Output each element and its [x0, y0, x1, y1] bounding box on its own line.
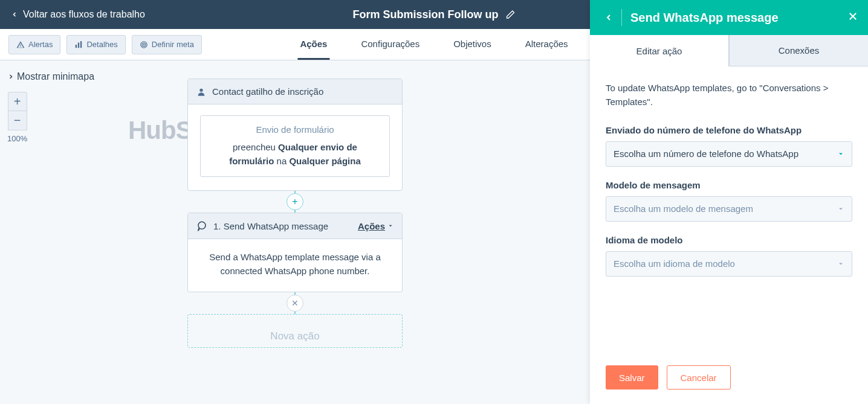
contact-icon [196, 87, 206, 97]
add-action-button[interactable]: + [287, 193, 303, 210]
alerts-label: Alertas [28, 40, 53, 49]
bar-chart-icon [74, 40, 83, 49]
whatsapp-action-node[interactable]: 1. Send WhatsApp message Ações Send a Wh… [187, 213, 403, 292]
panel-tab-connections[interactable]: Conexões [729, 35, 868, 66]
tab-changes[interactable]: Alterações [523, 29, 571, 60]
tab-goals[interactable]: Objetivos [451, 29, 494, 60]
svg-rect-2 [80, 41, 82, 48]
caret-down-icon [387, 223, 394, 229]
svg-point-16 [198, 222, 206, 229]
new-action-placeholder[interactable]: Nova ação [187, 314, 403, 348]
back-label: Voltar aos fluxos de trabalho [23, 9, 145, 20]
cancel-button[interactable]: Cancelar [667, 365, 731, 390]
details-label: Detalhes [86, 40, 117, 49]
template-language-select[interactable]: Escolha um idioma de modelo [606, 251, 852, 277]
svg-rect-0 [76, 45, 77, 48]
show-minimap-toggle[interactable]: Mostrar minimapa [7, 71, 94, 82]
chevron-right-icon [7, 73, 15, 80]
caret-down-icon [837, 260, 844, 268]
zoom-in-button[interactable]: + [8, 92, 27, 111]
chevron-left-icon [604, 13, 614, 22]
set-goal-label: Definir meta [152, 40, 194, 49]
language-label: Idioma de modelo [606, 235, 852, 245]
chevron-left-icon [11, 11, 18, 18]
details-button[interactable]: Detalhes [66, 35, 125, 54]
node-actions-dropdown[interactable]: Ações [358, 221, 394, 231]
tab-actions[interactable]: Ações [297, 29, 329, 60]
action-side-panel: Send WhatsApp message Editar ação Conexõ… [590, 0, 868, 404]
phone-select-value: Escolha um número de telefone do WhatsAp… [614, 149, 798, 159]
panel-back-button[interactable] [600, 13, 618, 22]
edit-title-icon[interactable] [506, 10, 516, 19]
target-icon [140, 40, 148, 49]
template-label: Modelo de mensagem [606, 180, 852, 190]
zoom-out-button[interactable]: − [8, 111, 27, 130]
template-select-placeholder: Escolha um modelo de mensagem [614, 204, 753, 214]
remove-connector-button[interactable]: ✕ [287, 295, 303, 312]
tab-settings[interactable]: Configurações [358, 29, 422, 60]
zoom-level: 100% [7, 134, 27, 143]
save-button[interactable]: Salvar [606, 365, 658, 390]
whatsapp-icon [196, 220, 207, 231]
alerts-button[interactable]: Alertas [8, 35, 60, 54]
action-title: 1. Send WhatsApp message [213, 221, 328, 231]
trigger-criteria-title: Envio de formulário [212, 124, 378, 135]
warning-icon [16, 40, 25, 49]
trigger-criteria-text: preencheu Qualquer envio de formulário n… [212, 141, 378, 168]
phone-number-select[interactable]: Escolha um número de telefone do WhatsAp… [606, 141, 852, 167]
phone-label: Enviado do número de telefone do WhatsAp… [606, 125, 852, 135]
back-to-workflows-link[interactable]: Voltar aos fluxos de trabalho [11, 9, 145, 20]
caret-down-icon [837, 205, 844, 213]
trigger-header-text: Contact gatilho de inscrição [212, 86, 323, 97]
panel-tab-edit[interactable]: Editar ação [590, 35, 729, 66]
workflow-title: Form Submission Follow up [353, 8, 499, 21]
svg-point-5 [143, 44, 144, 45]
svg-rect-1 [78, 42, 79, 48]
minimap-label: Mostrar minimapa [17, 71, 94, 82]
caret-down-icon [837, 150, 844, 158]
trigger-criteria-box[interactable]: Envio de formulário preencheu Qualquer e… [200, 115, 390, 177]
panel-hint-text: To update WhatsApp templates, go to "Con… [606, 81, 852, 109]
language-select-placeholder: Escolha um idioma de modelo [614, 258, 735, 269]
enrollment-trigger-node[interactable]: Contact gatilho de inscrição Envio de fo… [187, 79, 403, 191]
divider [621, 9, 622, 26]
svg-point-15 [199, 88, 202, 91]
workflow-canvas[interactable]: Mostrar minimapa + − 100% HubSp t Contac… [0, 60, 590, 404]
panel-title: Send WhatsApp message [630, 11, 847, 25]
set-goal-button[interactable]: Definir meta [132, 35, 202, 54]
action-description: Send a WhatsApp template message via a c… [200, 250, 390, 278]
message-template-select[interactable]: Escolha um modelo de mensagem [606, 196, 852, 222]
panel-close-button[interactable] [847, 11, 858, 24]
close-icon [847, 11, 858, 22]
